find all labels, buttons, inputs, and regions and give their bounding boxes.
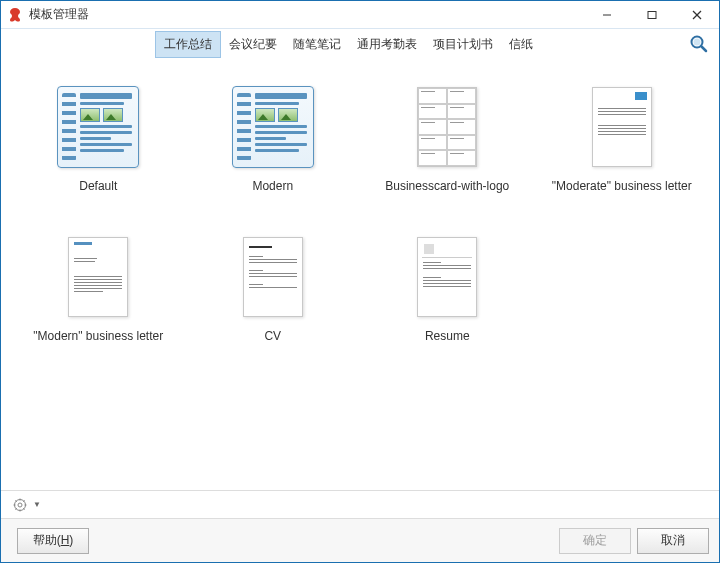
template-label: CV <box>264 329 281 345</box>
template-item[interactable]: "Moderate" business letter <box>535 79 710 199</box>
search-button[interactable] <box>687 32 711 56</box>
tab-attendance[interactable]: 通用考勤表 <box>349 32 425 57</box>
svg-point-6 <box>694 39 701 46</box>
minimize-button[interactable] <box>584 1 629 29</box>
template-thumbnail <box>54 83 142 171</box>
statusbar: ▼ <box>1 490 719 518</box>
template-item[interactable]: Modern <box>186 79 361 199</box>
template-thumbnail <box>229 83 317 171</box>
template-item[interactable]: "Modern" business letter <box>11 229 186 349</box>
svg-line-5 <box>702 47 707 52</box>
tab-essay-notes[interactable]: 随笔笔记 <box>285 32 349 57</box>
button-bar: 帮助(H) 确定 取消 <box>1 518 719 562</box>
template-item[interactable]: Resume <box>360 229 535 349</box>
template-item[interactable]: Businesscard-with-logo <box>360 79 535 199</box>
template-label: "Modern" business letter <box>33 329 163 345</box>
settings-menu-button[interactable] <box>9 494 31 516</box>
ok-button: 确定 <box>559 528 631 554</box>
tab-work-summary[interactable]: 工作总结 <box>155 31 221 58</box>
tab-meeting-minutes[interactable]: 会议纪要 <box>221 32 285 57</box>
template-label: Modern <box>252 179 293 195</box>
tab-letter-paper[interactable]: 信纸 <box>501 32 541 57</box>
close-button[interactable] <box>674 1 719 29</box>
template-item[interactable]: CV <box>186 229 361 349</box>
window-title: 模板管理器 <box>29 6 89 23</box>
toolbar: 工作总结 会议纪要 随笔笔记 通用考勤表 项目计划书 信纸 <box>1 29 719 59</box>
template-thumbnail <box>229 233 317 321</box>
svg-rect-1 <box>648 11 656 18</box>
help-button[interactable]: 帮助(H) <box>17 528 89 554</box>
template-thumbnail <box>403 83 491 171</box>
tab-project-plan[interactable]: 项目计划书 <box>425 32 501 57</box>
cancel-button[interactable]: 取消 <box>637 528 709 554</box>
template-thumbnail <box>403 233 491 321</box>
svg-point-8 <box>18 503 22 507</box>
titlebar[interactable]: 模板管理器 <box>1 1 719 29</box>
chevron-down-icon: ▼ <box>33 500 41 509</box>
template-label: Resume <box>425 329 470 345</box>
template-label: "Moderate" business letter <box>552 179 692 195</box>
template-item[interactable]: Default <box>11 79 186 199</box>
template-manager-window: 模板管理器 工作总结 会议纪要 随笔笔记 通用考勤表 项目计划书 信纸 Defa… <box>0 0 720 563</box>
maximize-button[interactable] <box>629 1 674 29</box>
template-thumbnail <box>54 233 142 321</box>
template-grid-area: Default Modern Businesscard-with-logo "M… <box>1 59 719 490</box>
category-tabs: 工作总结 会议纪要 随笔笔记 通用考勤表 项目计划书 信纸 <box>9 31 687 58</box>
template-thumbnail <box>578 83 666 171</box>
app-icon <box>7 7 23 23</box>
template-label: Default <box>79 179 117 195</box>
template-label: Businesscard-with-logo <box>385 179 509 195</box>
